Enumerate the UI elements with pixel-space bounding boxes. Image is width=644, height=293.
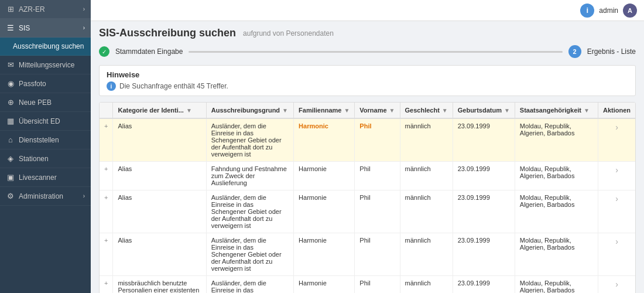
sidebar-item-ubersicht-ed[interactable]: ▦Übersicht ED [0,112,91,131]
filter-familienname-icon[interactable]: ▼ [344,107,350,114]
aktionen-cell[interactable]: › [598,190,635,233]
sidebar-item-mitteilungsservice[interactable]: ✉Mitteilungsservice [0,56,91,74]
sidebar-icon-administration: ⚙ [6,192,15,200]
sidebar-label-livescanner: Livescanner [19,173,57,182]
sidebar-label-administration: Administration [19,192,63,200]
sidebar-item-azr-er[interactable]: ⊞AZR-ER› [0,0,91,19]
vorname-cell: Phil [355,190,400,233]
aktionen-cell[interactable]: › [598,276,635,294]
table-row: +AliasAusländer, dem die Einreise in das… [100,233,635,276]
sidebar-item-ausschreibung[interactable]: Ausschreibung suchen [0,38,91,56]
filter-geschlecht-icon[interactable]: ▼ [442,107,448,114]
expand-cell[interactable]: + [100,162,113,190]
sidebar-arrow-administration: › [83,193,85,199]
vorname-cell: Phil [355,118,400,162]
expand-cell[interactable]: + [100,190,113,233]
ausschreibungsgrund-cell: Ausländer, dem die Einreise in das Schen… [206,276,293,294]
kategorie-cell: Alias [113,233,206,276]
sidebar-label-ubersicht-ed: Übersicht ED [19,117,60,125]
filter-vorname-icon[interactable]: ▼ [389,107,395,114]
ausschreibungsgrund-cell: Ausländer, dem die Einreise in das Schen… [206,233,293,276]
sidebar-item-stationen[interactable]: ◈Stationen [0,149,91,168]
expand-cell[interactable]: + [100,233,113,276]
sidebar-item-passfoto[interactable]: ◉Passfoto [0,74,91,93]
sidebar-item-sis[interactable]: ☰SIS› [0,19,91,38]
hinweise-message: i Die Suchanfrage enthält 45 Treffer. [107,81,628,91]
content-area: SIS-Ausschreibung suchen aufgrund von Pe… [91,21,644,293]
sidebar-item-livescanner[interactable]: ▣Livescanner [0,168,91,187]
geschlecht-cell: männlich [400,233,453,276]
kategorie-cell: Alias [113,118,206,162]
ausschreibungsgrund-cell: Ausländer, dem die Einreise in das Schen… [206,190,293,233]
sidebar-label-neue-peb: Neue PEB [19,98,52,107]
sidebar-item-neue-peb[interactable]: ⊕Neue PEB [0,93,91,112]
aktionen-cell[interactable]: › [598,118,635,162]
staatsangehorigkeit-cell: Moldau, Republik, Algerien, Barbados [515,233,598,276]
aktionen-cell[interactable]: › [598,162,635,190]
hinweise-title: Hinweise [107,70,628,79]
familienname-cell: Harmonie [294,162,355,190]
th-aktionen: Aktionen [598,103,635,118]
sidebar-icon-mitteilungsservice: ✉ [6,60,15,69]
hinweise-box: Hinweise i Die Suchanfrage enthält 45 Tr… [99,65,636,96]
sidebar-icon-livescanner: ▣ [6,173,15,182]
sidebar-item-administration[interactable]: ⚙Administration› [0,187,91,206]
results-table-wrapper: Kategorie der Identi... ▼ Ausschreibungs… [99,102,636,293]
results-table: Kategorie der Identi... ▼ Ausschreibungs… [100,103,635,293]
sidebar-arrow-sis: › [83,25,85,31]
table-row: +AliasAusländer, dem die Einreise in das… [100,118,635,162]
table-header-row: Kategorie der Identi... ▼ Ausschreibungs… [100,103,635,118]
sidebar-icon-ubersicht-ed: ▦ [6,117,15,125]
sidebar-label-sis: SIS [19,24,30,32]
geschlecht-cell: männlich [400,118,453,162]
page-header: SIS-Ausschreibung suchen aufgrund von Pe… [99,27,636,39]
familienname-cell: Harmonic [294,118,355,162]
ausschreibungsgrund-cell: Fahndung und Festnahme zum Zweck der Aus… [206,162,293,190]
filter-staatsangehorigkeit-icon[interactable]: ▼ [584,107,590,114]
filter-geburtsdatum-icon[interactable]: ▼ [504,107,510,114]
geburtsdatum-cell: 23.09.1999 [453,276,515,294]
th-familienname: Familienname ▼ [294,103,355,118]
th-kategorie: Kategorie der Identi... ▼ [113,103,206,118]
sidebar-arrow-azr-er: › [83,6,85,12]
kategorie-cell: Alias [113,190,206,233]
staatsangehorigkeit-cell: Moldau, Republik, Algerien, Barbados [515,190,598,233]
table-row: +AliasAusländer, dem die Einreise in das… [100,190,635,233]
sidebar-label-stationen: Stationen [19,155,49,163]
sidebar-item-dienststellen[interactable]: ⌂Dienststellen [0,131,91,149]
avatar[interactable]: A [623,4,637,18]
aktionen-cell[interactable]: › [598,233,635,276]
geschlecht-cell: männlich [400,190,453,233]
geburtsdatum-cell: 23.09.1999 [453,118,515,162]
vorname-cell: Phil [355,162,400,190]
geschlecht-cell: männlich [400,162,453,190]
table-row: +AliasFahndung und Festnahme zum Zweck d… [100,162,635,190]
sidebar: ⊞AZR-ER›☰SIS›Ausschreibung suchen✉Mittei… [0,0,91,293]
vorname-cell: Phil [355,233,400,276]
th-expand [100,103,113,118]
main-area: i admin A SIS-Ausschreibung suchen aufgr… [91,0,644,293]
familienname-cell: Harmonie [294,190,355,233]
info-icon[interactable]: i [580,4,594,18]
th-geschlecht: Geschlecht ▼ [400,103,453,118]
sidebar-icon-stationen: ◈ [6,154,15,163]
geburtsdatum-cell: 23.09.1999 [453,233,515,276]
geburtsdatum-cell: 23.09.1999 [453,162,515,190]
sidebar-label-dienststellen: Dienststellen [19,136,59,144]
staatsangehorigkeit-cell: Moldau, Republik, Algerien, Barbados [515,118,598,162]
expand-cell[interactable]: + [100,118,113,162]
th-ausschreibungsgrund: Ausschreibungsgrund ▼ [206,103,293,118]
sidebar-icon-dienststellen: ⌂ [6,135,15,144]
familienname-cell: Harmonie [294,276,355,294]
sidebar-label-mitteilungsservice: Mitteilungsservice [19,61,74,69]
progress-line [189,51,562,53]
expand-cell[interactable]: + [100,276,113,294]
th-staatsangehorigkeit: Staatsangehörigkeit ▼ [515,103,598,118]
filter-kategorie-icon[interactable]: ▼ [186,107,192,114]
filter-ausschreibungsgrund-icon[interactable]: ▼ [282,107,288,114]
step2-badge: 2 [568,45,581,58]
vorname-cell: Phil [355,276,400,294]
topbar: i admin A [91,0,644,21]
geburtsdatum-cell: 23.09.1999 [453,190,515,233]
page-subtitle: aufgrund von Personendaten [243,29,334,38]
